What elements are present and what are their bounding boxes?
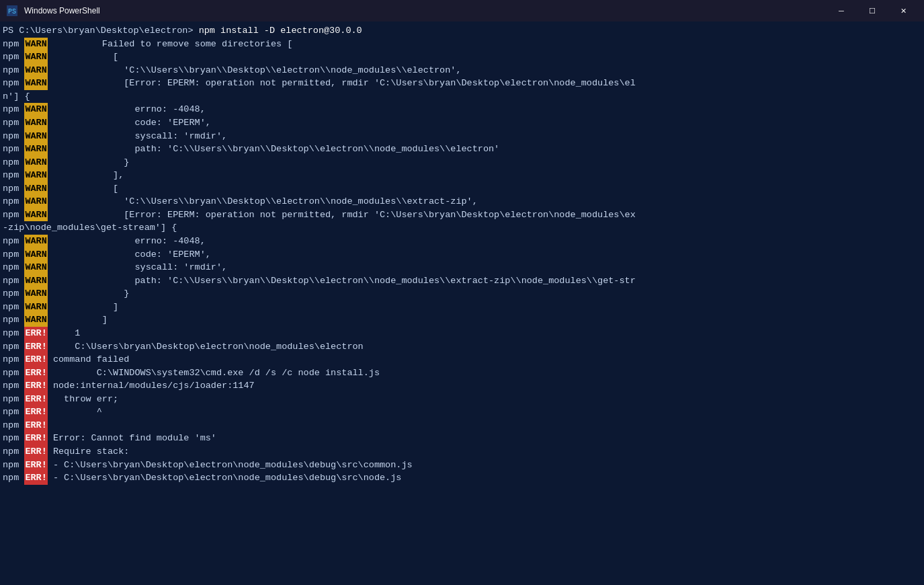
line-warn-20: npm WARN } xyxy=(0,287,924,301)
line-warn-19: npm WARN path: 'C:\\Users\\bryan\\Deskto… xyxy=(0,274,924,288)
close-button[interactable]: ✕ xyxy=(888,0,919,22)
line-warn-13: npm WARN 'C:\\Users\\bryan\\Desktop\\ele… xyxy=(0,195,924,208)
line-err-10: npm ERR! Require stack: xyxy=(0,445,924,459)
line-warn-6: npm WARN errno: -4048, xyxy=(0,103,924,116)
line-warn-5: n'] { xyxy=(0,90,924,104)
line-warn-21: npm WARN ] xyxy=(0,301,924,314)
line-warn-9: npm WARN path: 'C:\\Users\\bryan\\Deskto… xyxy=(0,143,924,156)
line-warn-11: npm WARN ], xyxy=(0,169,924,182)
maximize-button[interactable]: ☐ xyxy=(857,0,888,22)
line-prompt: PS C:\Users\bryan\Desktop\electron> npm … xyxy=(0,24,924,38)
line-warn-1: npm WARN Failed to remove some directori… xyxy=(0,38,924,51)
title-bar-title: Windows PowerShell xyxy=(24,6,826,15)
title-bar-controls: ─ ☐ ✕ xyxy=(826,0,919,22)
line-err-6: npm ERR! throw err; xyxy=(0,393,924,406)
title-bar: PS Windows PowerShell ─ ☐ ✕ xyxy=(0,0,924,22)
line-warn-14: npm WARN [Error: EPERM: operation not pe… xyxy=(0,208,924,222)
line-warn-4: npm WARN [Error: EPERM: operation not pe… xyxy=(0,77,924,90)
line-err-4: npm ERR! C:\WINDOWS\system32\cmd.exe /d … xyxy=(0,366,924,380)
line-warn-17: npm WARN code: 'EPERM', xyxy=(0,248,924,262)
line-warn-16: npm WARN errno: -4048, xyxy=(0,235,924,248)
line-warn-7: npm WARN code: 'EPERM', xyxy=(0,116,924,130)
line-err-5: npm ERR! node:internal/modules/cjs/loade… xyxy=(0,379,924,393)
line-err-2: npm ERR! C:\Users\bryan\Desktop\electron… xyxy=(0,340,924,354)
title-bar-icon: PS xyxy=(5,4,19,17)
svg-text:PS: PS xyxy=(8,8,16,15)
minimize-button[interactable]: ─ xyxy=(826,0,857,22)
line-err-3: npm ERR! command failed xyxy=(0,353,924,366)
line-warn-8: npm WARN syscall: 'rmdir', xyxy=(0,130,924,143)
line-err-9: npm ERR! Error: Cannot find module 'ms' xyxy=(0,432,924,445)
line-warn-2: npm WARN [ xyxy=(0,50,924,64)
line-err-12: npm ERR! - C:\Users\bryan\Desktop\electr… xyxy=(0,471,924,485)
line-err-11: npm ERR! - C:\Users\bryan\Desktop\electr… xyxy=(0,459,924,472)
line-warn-3: npm WARN 'C:\\Users\\bryan\\Desktop\\ele… xyxy=(0,64,924,77)
line-err-7: npm ERR! ^ xyxy=(0,405,924,419)
line-warn-22: npm WARN ] xyxy=(0,313,924,327)
line-warn-10: npm WARN } xyxy=(0,156,924,169)
line-warn-18: npm WARN syscall: 'rmdir', xyxy=(0,261,924,274)
line-warn-15: -zip\node_modules\get-stream'] { xyxy=(0,221,924,235)
line-warn-12: npm WARN [ xyxy=(0,182,924,196)
line-err-1: npm ERR! 1 xyxy=(0,327,924,340)
terminal-body: PS C:\Users\bryan\Desktop\electron> npm … xyxy=(0,22,924,585)
line-err-8: npm ERR! xyxy=(0,419,924,432)
